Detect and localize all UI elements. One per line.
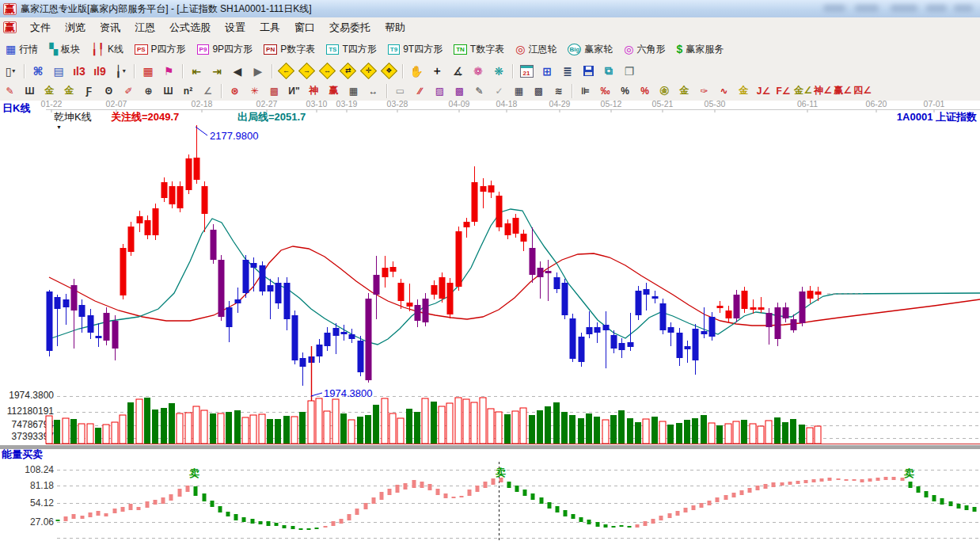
- gann-wheel-button[interactable]: ◎江恩轮: [511, 40, 561, 59]
- hexagon-button[interactable]: ◎六角形: [619, 40, 670, 59]
- price-grid-icon[interactable]: ▦: [344, 82, 363, 99]
- gold-grid2-icon[interactable]: 金: [60, 82, 78, 99]
- f-comb-icon[interactable]: Ƒ: [80, 82, 98, 99]
- grid-box-icon[interactable]: ▦: [510, 82, 528, 99]
- p-number-table-button[interactable]: PNP数字表: [259, 40, 320, 59]
- spider-web-icon[interactable]: ✳: [245, 82, 264, 99]
- pen-ruler-icon[interactable]: ✐: [120, 82, 138, 99]
- kline-type-dropdown[interactable]: 乾坤K线: [54, 112, 92, 123]
- color-flag-icon[interactable]: ⚑: [159, 63, 178, 80]
- shen-icon[interactable]: 神: [305, 82, 323, 99]
- four-angle-icon[interactable]: 四∠: [853, 82, 872, 99]
- winner-service-button[interactable]: $赢家服务: [671, 40, 728, 59]
- narrow-diamond-icon[interactable]: ⇄: [338, 63, 357, 80]
- candle-style-dropdown[interactable]: ╽▾: [111, 63, 130, 80]
- menu-item-3[interactable]: 资讯: [93, 18, 127, 37]
- kline-type-caret-icon[interactable]: ▼: [56, 122, 62, 133]
- grid-diamond-icon[interactable]: ❖: [379, 63, 398, 80]
- gold-angle-icon[interactable]: 金∠: [794, 82, 812, 99]
- rect-tool-icon[interactable]: ▭: [391, 82, 409, 99]
- sectors-button[interactable]: ▚板块: [44, 40, 85, 59]
- menu-item-1[interactable]: 文件: [23, 18, 58, 37]
- fan-rect-icon[interactable]: ▨: [431, 82, 449, 99]
- first-page-icon[interactable]: ⇤: [187, 63, 206, 80]
- t9-square-button[interactable]: T99T四方形: [383, 40, 447, 59]
- save-icon[interactable]: [579, 63, 598, 80]
- compass-circle-icon[interactable]: ⊛: [226, 82, 244, 99]
- calendar-icon[interactable]: 21: [517, 63, 536, 80]
- n2-icon[interactable]: n²: [179, 82, 197, 99]
- crosshair-icon[interactable]: ＋: [427, 63, 446, 80]
- gold2-icon[interactable]: 金: [735, 82, 753, 99]
- width-arrows-icon[interactable]: ↔: [364, 82, 382, 99]
- gold-circle-icon[interactable]: ㊎: [655, 82, 674, 99]
- square-web-icon[interactable]: ▩: [265, 82, 283, 99]
- web-rect-icon[interactable]: ▩: [450, 82, 469, 99]
- ying-icon[interactable]: 赢: [325, 82, 343, 99]
- kline-3-icon[interactable]: ıl3: [70, 63, 89, 80]
- gann-rose-icon[interactable]: ❁: [469, 63, 488, 80]
- menu-item-10[interactable]: 帮助: [378, 18, 412, 37]
- shen-angle-icon[interactable]: 神∠: [814, 82, 832, 99]
- winner-wheel-button[interactable]: Big赢家轮: [563, 40, 617, 59]
- menu-item-4[interactable]: 江恩: [127, 18, 162, 37]
- calculator-icon[interactable]: ⊞: [537, 63, 556, 80]
- drag-hand-icon[interactable]: ✋: [407, 63, 426, 80]
- fan-lines-icon[interactable]: ∕∕: [411, 82, 429, 99]
- gold-grid2-icon: 金: [65, 84, 74, 97]
- t-square-button[interactable]: TST四方形: [321, 40, 382, 59]
- kline-style-dropdown[interactable]: ▯▾: [1, 63, 20, 80]
- parallel-lines-icon[interactable]: ≋: [549, 82, 568, 99]
- menu-item-7[interactable]: 工具: [253, 18, 287, 37]
- shift-left-diamond-icon[interactable]: ←: [276, 63, 295, 80]
- prev-page-icon[interactable]: ◀: [228, 63, 247, 80]
- next-page-icon[interactable]: ▶: [249, 63, 268, 80]
- chart-canvas[interactable]: 01-2202-0702-1802-2703-1003-1903-2804-09…: [0, 101, 980, 541]
- last-page-icon[interactable]: ⇥: [207, 63, 226, 80]
- gold-lines-icon[interactable]: 金: [675, 82, 693, 99]
- angle-ruler-icon[interactable]: ∠: [199, 82, 217, 99]
- info-doc-icon[interactable]: ▤: [49, 63, 68, 80]
- wave-box-icon[interactable]: ∿: [715, 82, 733, 99]
- k-quote-icon[interactable]: И": [285, 82, 303, 99]
- stock-pool-icon[interactable]: ▦: [139, 63, 158, 80]
- ying-angle-icon[interactable]: 赢∠: [834, 82, 852, 99]
- menu-item-6[interactable]: 设置: [218, 18, 253, 37]
- menu-item-9[interactable]: 交易委托: [322, 18, 378, 37]
- grid-arrow-icon[interactable]: ▩: [530, 82, 548, 99]
- market-quotes-button[interactable]: ▦行情: [1, 40, 43, 59]
- spiral-icon[interactable]: ʘ: [100, 82, 118, 99]
- comb2-icon[interactable]: Ш: [159, 82, 177, 99]
- capture-icon[interactable]: ⧉: [599, 63, 618, 80]
- percent-wave-icon[interactable]: ‰: [596, 82, 614, 99]
- print-icon[interactable]: ❐: [620, 63, 639, 80]
- menu-item-5[interactable]: 公式选股: [162, 18, 218, 37]
- circle-comb-icon[interactable]: ⊕: [139, 82, 158, 99]
- trend-pen-icon[interactable]: ✎: [470, 82, 488, 99]
- kline-button[interactable]: ╽╿K线: [86, 40, 128, 59]
- mind-icon[interactable]: ❋: [489, 63, 508, 80]
- gold-grid-icon[interactable]: 金: [40, 82, 59, 99]
- draw-pen-icon[interactable]: ✎: [1, 82, 19, 99]
- zoom-diamond-icon[interactable]: ✛: [359, 63, 378, 80]
- j-angle-icon[interactable]: J∠: [754, 82, 773, 99]
- formula-network-icon[interactable]: ⌘: [28, 63, 47, 80]
- percent-icon[interactable]: %: [616, 82, 634, 99]
- menu-item-8[interactable]: 窗口: [287, 18, 322, 37]
- t-number-table-button[interactable]: TNT数字表: [449, 40, 509, 59]
- f-angle-icon[interactable]: F∠: [774, 82, 792, 99]
- notes-icon[interactable]: ≣: [558, 63, 577, 80]
- scale-comb-icon[interactable]: ⊫: [576, 82, 594, 99]
- angle-measure-icon[interactable]: ∡: [448, 63, 467, 80]
- menu-item-2[interactable]: 浏览: [58, 18, 93, 37]
- kline-9-icon[interactable]: ıl9: [90, 63, 109, 80]
- v-check-icon[interactable]: ✓: [490, 82, 508, 99]
- marker-pen-icon[interactable]: ✑: [695, 82, 713, 99]
- panel-separator[interactable]: [0, 445, 980, 449]
- shift-right-diamond-icon[interactable]: →: [297, 63, 316, 80]
- p9-square-button[interactable]: P99P四方形: [192, 40, 257, 59]
- gann-comb-icon[interactable]: Ш: [21, 82, 39, 99]
- widen-diamond-icon[interactable]: ↔: [317, 63, 336, 80]
- percent-line-icon[interactable]: %: [636, 82, 654, 99]
- p-square-button[interactable]: PSP四方形: [130, 40, 191, 59]
